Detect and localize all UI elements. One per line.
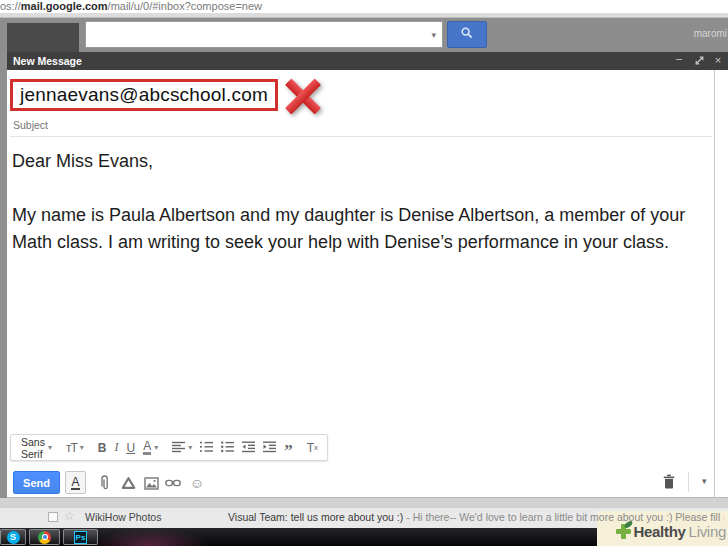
text-color-icon: A — [143, 441, 151, 455]
search-button[interactable] — [447, 21, 487, 48]
message-body[interactable]: Dear Miss Evans, My name is Paula Albert… — [12, 148, 702, 256]
error-x-icon — [284, 79, 322, 113]
taskbar-photoshop-button[interactable]: Ps — [63, 529, 98, 545]
minimize-button[interactable]: – — [672, 52, 686, 64]
align-left-icon — [172, 441, 185, 455]
chevron-down-icon: ▾ — [154, 443, 158, 452]
search-scope-caret-icon[interactable]: ▾ — [431, 30, 436, 40]
send-button[interactable]: Send — [13, 471, 60, 494]
numbered-list-button[interactable] — [196, 441, 217, 455]
search-icon — [460, 26, 474, 44]
italic-button[interactable]: I — [110, 440, 122, 455]
formatting-toolbar: Sans Serif ▾ ᴛT ▾ B I U A ▾ ▾ — [10, 434, 328, 461]
indent-less-icon — [242, 441, 255, 455]
popout-button[interactable] — [692, 55, 706, 67]
row-sender: WikiHow Photos — [85, 511, 161, 523]
account-name[interactable]: maromi — [694, 28, 727, 39]
insert-drive-button[interactable] — [119, 474, 137, 492]
indent-less-button[interactable] — [238, 441, 259, 455]
more-options-button[interactable]: ▾ — [702, 476, 707, 486]
header-dark-block — [7, 23, 79, 52]
taskbar-chrome-button[interactable] — [29, 529, 60, 545]
trash-icon — [662, 474, 676, 489]
insert-link-button[interactable] — [164, 474, 182, 492]
formatting-options-button[interactable]: A — [65, 471, 86, 494]
search-input[interactable]: ▾ — [85, 21, 443, 48]
numbered-list-icon — [200, 441, 213, 455]
subject-row[interactable] — [10, 114, 712, 137]
recipient-address: jennaevans@abcschool.com — [20, 84, 268, 106]
browser-url-bar[interactable]: os://mail.google.com/mail/u/0/#inbox?com… — [0, 0, 728, 13]
indent-more-icon — [263, 441, 276, 455]
page-left-strip — [0, 52, 7, 528]
inbox-row[interactable]: ☆ WikiHow Photos Visual Team: tell us mo… — [0, 507, 728, 528]
insert-photo-button[interactable] — [142, 474, 160, 492]
row-subject: Visual Team: tell us more about you :) — [228, 511, 403, 523]
body-greeting: Dear Miss Evans, — [12, 148, 702, 175]
paperclip-icon — [99, 475, 111, 491]
gmail-header: ▾ maromi — [0, 18, 728, 52]
font-size-button[interactable]: ᴛT ▾ — [62, 441, 88, 455]
page-band — [0, 498, 728, 507]
attach-file-button[interactable] — [96, 474, 114, 492]
chevron-down-icon: ▾ — [188, 443, 192, 452]
text-color-button[interactable]: A ▾ — [139, 441, 162, 455]
compose-title: New Message — [13, 55, 82, 67]
chevron-down-icon: ▾ — [48, 443, 52, 452]
url-path: /mail/u/0/#inbox?compose=new — [108, 0, 262, 12]
url-scheme: os:// — [0, 0, 21, 12]
recipient-field[interactable]: jennaevans@abcschool.com — [10, 79, 278, 111]
compose-header[interactable]: New Message – × — [7, 52, 728, 70]
underline-button[interactable]: U — [122, 441, 139, 455]
taskbar-glow — [90, 528, 210, 546]
drive-icon — [121, 476, 136, 490]
align-button[interactable]: ▾ — [168, 441, 196, 455]
send-row-separator — [688, 472, 689, 492]
discard-draft-button[interactable] — [662, 474, 678, 490]
body-paragraph: My name is Paula Albertson and my daught… — [12, 202, 694, 256]
emoji-icon: ☺ — [190, 475, 204, 491]
row-checkbox[interactable] — [48, 512, 58, 522]
taskbar-skype-button[interactable]: S — [0, 529, 26, 545]
close-icon[interactable]: × — [711, 54, 725, 66]
photo-icon — [144, 477, 159, 490]
chrome-icon — [38, 531, 51, 544]
subject-input[interactable] — [10, 119, 712, 131]
photoshop-icon: Ps — [74, 531, 87, 544]
bulleted-list-button[interactable] — [217, 441, 238, 455]
bold-button[interactable]: B — [94, 441, 111, 455]
row-text: Visual Team: tell us more about you :) -… — [228, 511, 724, 523]
bulleted-list-icon — [221, 441, 234, 455]
skype-icon: S — [7, 531, 20, 544]
star-icon[interactable]: ☆ — [64, 509, 75, 523]
chevron-down-icon: ▾ — [80, 443, 84, 452]
screen: os://mail.google.com/mail/u/0/#inbox?com… — [0, 0, 728, 546]
indent-more-button[interactable] — [259, 441, 280, 455]
url-domain: mail.google.com — [21, 0, 108, 12]
font-size-icon: ᴛT — [66, 441, 77, 455]
compose-window: jennaevans@abcschool.com Dear Miss Evans… — [7, 70, 728, 498]
remove-formatting-button[interactable]: Tx — [303, 441, 322, 455]
quote-button[interactable]: ” — [280, 439, 297, 456]
link-icon — [165, 478, 181, 488]
row-snippet: - Hi there-- We'd love to learn a little… — [403, 511, 724, 523]
insert-emoji-button[interactable]: ☺ — [188, 474, 206, 492]
font-family-select[interactable]: Sans Serif ▾ — [17, 436, 56, 460]
compose-right-border — [714, 70, 715, 498]
